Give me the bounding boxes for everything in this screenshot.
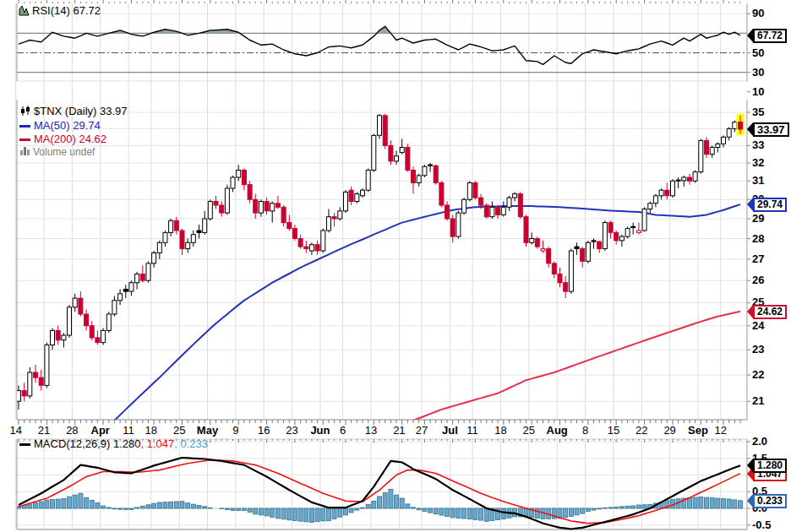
- x-axis-label: 28: [66, 425, 78, 436]
- macd-histogram-bar: [688, 497, 692, 508]
- macd-histogram-bar: [315, 508, 319, 522]
- candle-body: [231, 177, 235, 188]
- macd-histogram-bar: [636, 505, 641, 508]
- rsi-axis-label: 50: [752, 47, 764, 59]
- macd-histogram-bar: [112, 508, 117, 509]
- candle-body: [157, 242, 161, 252]
- macd-histogram-bar: [586, 508, 590, 511]
- macd-histogram-bar: [349, 508, 353, 513]
- candle-body: [73, 298, 77, 307]
- macd-histogram-bar: [298, 508, 303, 521]
- macd-histogram-bar: [118, 508, 123, 509]
- price-plot: [17, 114, 745, 426]
- candle-body: [406, 148, 410, 171]
- x-axis-label: 9: [232, 425, 238, 436]
- candle-body: [275, 204, 280, 208]
- candle-body: [309, 245, 314, 251]
- macd-histogram-bar: [484, 508, 488, 521]
- candle-body: [597, 242, 602, 249]
- macd-histogram-bar: [140, 506, 145, 508]
- x-axis-label: 22: [636, 425, 647, 436]
- flag-value: 1.280: [753, 459, 787, 473]
- candle-body: [699, 140, 703, 171]
- flag-arrow: [747, 29, 753, 42]
- macd-histogram-bar: [309, 508, 314, 523]
- candle-body: [428, 165, 433, 166]
- x-axis-label: Jun: [310, 425, 330, 436]
- candle-body: [34, 372, 38, 377]
- macd-histogram-bar: [242, 508, 246, 510]
- candle-body: [163, 232, 167, 242]
- candle-body: [129, 283, 134, 291]
- candle-body: [614, 232, 619, 241]
- x-axis-label: Apr: [91, 425, 110, 436]
- macd-histogram-bar: [473, 508, 477, 519]
- candle-body: [118, 294, 123, 301]
- flag-arrow: [747, 122, 753, 136]
- macd-histogram-bar: [225, 508, 229, 510]
- candle-body: [298, 239, 303, 247]
- macd-histogram-bar: [237, 508, 241, 510]
- macd-legend: MACD(12,26,9) 1.280, 1.047, 0.233: [19, 437, 208, 450]
- candle-body: [106, 314, 111, 330]
- candle-body: [682, 177, 686, 181]
- macd-histogram-bar: [39, 502, 43, 508]
- candle-body: [79, 298, 83, 314]
- macd-histogram-bar: [400, 498, 404, 508]
- macd-histogram-bar: [281, 508, 286, 519]
- price-axis-label: 27: [752, 253, 764, 265]
- x-axis-label: 11: [466, 425, 478, 436]
- macd-histogram-bar: [450, 508, 455, 518]
- macd-histogram-bar: [722, 499, 726, 509]
- macd-histogram-bar: [332, 508, 336, 518]
- candlestick-icon: [19, 106, 31, 119]
- candle-body: [203, 219, 207, 232]
- macd-label: MACD(12,26,9) 1.280: [34, 437, 140, 450]
- candle-body: [395, 156, 399, 161]
- ma200-label: MA(200) 24.62: [34, 133, 106, 145]
- macd-histogram-bar: [361, 508, 365, 508]
- candle-body: [208, 202, 212, 220]
- macd-signal-value: , 1.047: [140, 437, 174, 450]
- candle-body: [636, 231, 641, 232]
- macd-plot: [17, 458, 743, 529]
- macd-histogram-bar: [85, 497, 89, 508]
- candle-body: [292, 229, 297, 239]
- macd-histogram-bar: [739, 501, 743, 508]
- macd-line-flag: 1.280: [747, 458, 787, 473]
- macd-histogram-bar: [372, 501, 376, 508]
- candle-body: [344, 192, 348, 210]
- candle-body: [581, 249, 585, 262]
- candle-body: [501, 207, 505, 214]
- candle-body: [135, 274, 139, 283]
- macd-histogram-bar: [727, 499, 731, 508]
- rsi-legend: RSI(14) 67.72: [19, 4, 101, 19]
- last-price-flag: 33.97: [747, 122, 789, 137]
- candle-body: [535, 239, 539, 247]
- rsi-axis-label: 10: [752, 86, 764, 98]
- candle-body: [383, 116, 387, 146]
- candle-body: [28, 372, 32, 396]
- macd-histogram-bar: [733, 500, 737, 508]
- candle-body: [85, 314, 89, 326]
- x-axis-label: 14: [9, 425, 21, 436]
- candle-body: [254, 199, 258, 213]
- candle-body: [22, 391, 26, 396]
- candle-body: [378, 116, 382, 136]
- price-axis-label: 21: [752, 395, 764, 407]
- x-axis-label: 8: [582, 425, 588, 436]
- candle-body: [733, 122, 737, 129]
- candle-body: [281, 207, 286, 222]
- macd-histogram-bar: [129, 508, 134, 509]
- macd-histogram-bar: [608, 508, 613, 508]
- macd-histogram-bar: [135, 508, 139, 508]
- macd-histogram-bar: [146, 505, 150, 508]
- candle-body: [338, 211, 342, 219]
- candle-body: [45, 345, 49, 386]
- candle-body: [603, 223, 607, 249]
- candle-body: [456, 213, 461, 236]
- macd-histogram-bar: [186, 503, 190, 508]
- ma50-line: [109, 204, 740, 426]
- ma200-line: [413, 312, 740, 421]
- candle-body: [688, 177, 692, 181]
